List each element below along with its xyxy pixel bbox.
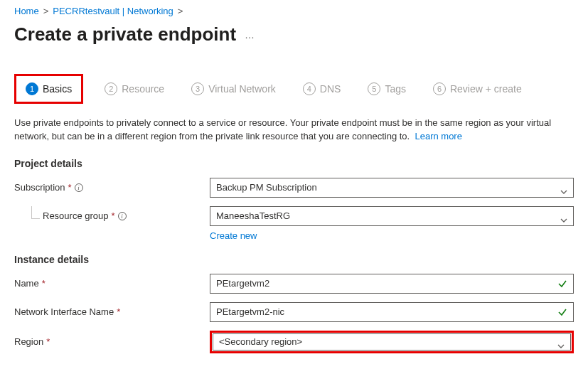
tab-number: 3 [191,82,204,95]
chevron-down-icon [557,340,565,344]
info-icon[interactable]: i [75,183,83,192]
tab-basics[interactable]: 1 Basics [20,78,77,100]
row-create-new: Create new [210,230,574,241]
subscription-select[interactable]: Backup PM Subscription [210,178,574,198]
description-text: Use private endpoints to privately conne… [14,117,551,141]
row-subscription: Subscription * i Backup PM Subscription [14,178,574,198]
tab-label: Review + create [450,83,522,95]
label-nic: Network Interface Name [14,306,114,317]
required-indicator: * [46,336,50,347]
row-region: Region * <Secondary region> [14,331,574,353]
tab-number: 6 [433,82,446,95]
required-indicator: * [68,182,72,193]
nic-value: PEtargetvm2-nic [216,306,284,317]
learn-more-link[interactable]: Learn more [415,131,461,141]
breadcrumb-separator: > [43,6,49,16]
more-actions-button[interactable]: … [245,29,255,41]
required-indicator: * [42,278,46,289]
title-row: Create a private endpoint … [14,23,574,46]
create-new-link[interactable]: Create new [210,230,257,241]
section-project-details: Project details [14,158,574,169]
section-instance-details: Instance details [14,254,574,265]
breadcrumb: Home > PECRRtestvault | Networking > [14,6,574,16]
chevron-down-icon [560,186,567,190]
checkmark-icon [557,279,567,289]
label-name: Name [14,278,39,289]
breadcrumb-vault[interactable]: PECRRtestvault | Networking [53,6,173,16]
row-resource-group: Resource group * i ManeeshaTestRG [14,206,574,226]
breadcrumb-home[interactable]: Home [14,6,39,16]
resource-group-select[interactable]: ManeeshaTestRG [210,206,574,226]
name-input[interactable]: PEtargetvm2 [210,274,574,294]
resource-group-value: ManeeshaTestRG [216,210,290,221]
label-region: Region [14,336,43,347]
region-select[interactable]: <Secondary region> [213,333,571,351]
tab-number: 5 [368,82,380,95]
required-indicator: * [117,306,120,317]
label-subscription: Subscription [14,182,65,193]
tab-virtual-network[interactable]: 3 Virtual Network [186,78,282,100]
tab-basics-highlight: 1 Basics [14,74,83,104]
tab-resource[interactable]: 2 Resource [99,78,170,100]
tab-label: Virtual Network [208,83,276,95]
tab-tags[interactable]: 5 Tags [362,78,412,100]
tab-number: 1 [26,82,38,95]
nic-input[interactable]: PEtargetvm2-nic [210,302,574,322]
region-highlight: <Secondary region> [210,331,574,353]
tab-number: 4 [303,82,316,95]
tab-label: Basics [43,83,72,95]
tab-label: Tags [385,83,406,95]
label-resource-group: Resource group [43,210,109,221]
required-indicator: * [112,210,115,221]
region-value: <Secondary region> [219,336,302,347]
tab-label: DNS [320,83,341,95]
subscription-value: Backup PM Subscription [216,182,317,193]
tab-label: Resource [122,83,164,95]
wizard-tabs: 1 Basics 2 Resource 3 Virtual Network 4 … [14,74,574,104]
indent-line [31,206,40,219]
tab-number: 2 [105,82,117,95]
tab-description: Use private endpoints to privately conne… [14,117,574,144]
row-name: Name * PEtargetvm2 [14,274,574,294]
breadcrumb-separator: > [178,6,183,16]
tab-dns[interactable]: 4 DNS [297,78,347,100]
page-title: Create a private endpoint [14,23,236,46]
row-nic: Network Interface Name * PEtargetvm2-nic [14,302,574,322]
info-icon[interactable]: i [118,212,127,220]
checkmark-icon [557,307,567,317]
name-value: PEtargetvm2 [216,278,269,289]
chevron-down-icon [560,214,567,218]
tab-review-create[interactable]: 6 Review + create [427,78,528,100]
